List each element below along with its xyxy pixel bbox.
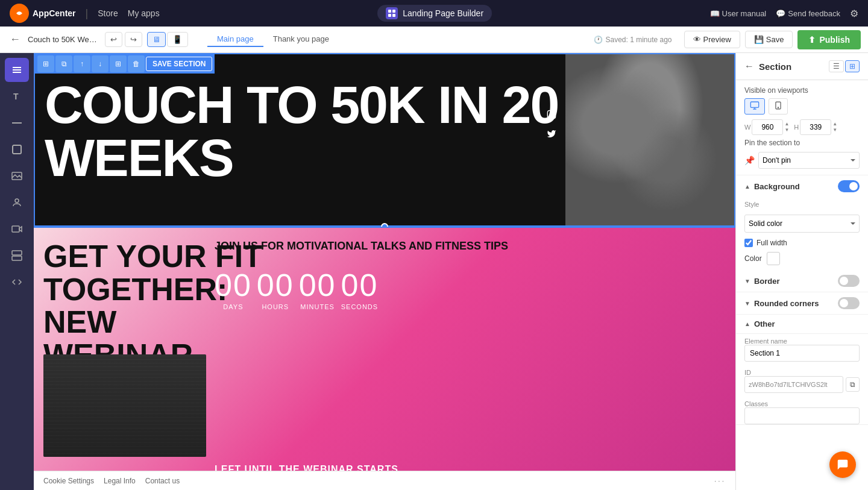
id-section: ID bbox=[736, 366, 868, 376]
chat-bubble-button[interactable] bbox=[829, 451, 856, 478]
mobile-view-button[interactable]: 📱 bbox=[167, 32, 188, 47]
rounded-toggle[interactable] bbox=[838, 297, 860, 309]
page-tabs: Main page Thank you page bbox=[207, 32, 339, 47]
facebook-icon[interactable] bbox=[547, 90, 556, 102]
panel-title: Section bbox=[759, 61, 824, 72]
nav-my-apps[interactable]: My apps bbox=[128, 8, 160, 18]
height-up-arrow[interactable]: ▲ bbox=[832, 121, 837, 127]
panel-back-button[interactable]: ← bbox=[744, 61, 754, 72]
countdown-days: 00 DAYS bbox=[215, 267, 252, 310]
style-select[interactable]: Solid color bbox=[744, 215, 860, 233]
instagram-icon[interactable] bbox=[547, 110, 556, 122]
classes-input[interactable] bbox=[744, 407, 860, 424]
save-section-button[interactable]: SAVE SECTION bbox=[146, 57, 212, 71]
fullwidth-checkbox[interactable] bbox=[744, 239, 753, 247]
legal-info-link[interactable]: Legal Info bbox=[104, 477, 136, 485]
section-duplicate-btn[interactable]: ⧉ bbox=[55, 55, 72, 72]
desktop-view-button[interactable]: 🖥 bbox=[147, 32, 166, 47]
toolbar-back-icon[interactable]: ← bbox=[7, 31, 23, 48]
user-manual-link[interactable]: 📖 User manual bbox=[710, 9, 767, 18]
pin-select[interactable]: Don't pin bbox=[758, 152, 860, 169]
cookie-settings-link[interactable]: Cookie Settings bbox=[43, 477, 94, 485]
countdown-hours: 00 HOURS bbox=[257, 267, 294, 310]
element-name-section: Element name bbox=[736, 334, 868, 345]
copy-id-button[interactable]: ⧉ bbox=[846, 377, 860, 392]
undo-button[interactable]: ↩ bbox=[105, 32, 122, 47]
section-select-btn[interactable]: ⊞ bbox=[37, 55, 54, 72]
brand-name: AppCenter bbox=[33, 8, 76, 18]
section-align-btn[interactable]: ⊞ bbox=[110, 55, 127, 72]
mobile-viewport-button[interactable] bbox=[769, 98, 788, 115]
rounded-toggle-slider bbox=[838, 297, 860, 309]
border-collapse-arrow: ▼ bbox=[744, 278, 750, 284]
main-page-tab[interactable]: Main page bbox=[207, 32, 263, 47]
height-input[interactable] bbox=[800, 119, 831, 135]
athlete-image bbox=[565, 54, 734, 228]
element-name-input[interactable] bbox=[744, 345, 860, 362]
countdown-timer: 00 DAYS 00 HOURS 00 MINUTES 00 bbox=[215, 267, 726, 310]
width-down-arrow[interactable]: ▼ bbox=[784, 127, 789, 133]
sidebar-item-back[interactable] bbox=[5, 58, 29, 82]
dimensions-row: W ▲ ▼ H ▲ ▼ bbox=[744, 119, 860, 135]
height-arrows: ▲ ▼ bbox=[832, 121, 837, 133]
sidebar-item-divider[interactable] bbox=[5, 111, 29, 135]
section-resize-handle[interactable] bbox=[381, 223, 388, 228]
grid-view-button[interactable]: ⊞ bbox=[845, 60, 860, 72]
publish-button[interactable]: ⬆ Publish bbox=[797, 30, 861, 49]
sidebar-item-video[interactable] bbox=[5, 217, 29, 241]
list-view-button[interactable]: ☰ bbox=[829, 60, 844, 72]
app-name: Landing Page Builder bbox=[403, 8, 483, 18]
save-button[interactable]: 💾 Save bbox=[745, 31, 793, 48]
panel-view-toggle: ☰ ⊞ bbox=[829, 60, 860, 72]
undo-redo-group: ↩ ↪ bbox=[105, 32, 142, 47]
element-name-label: Element name bbox=[744, 338, 860, 345]
sidebar-item-media[interactable] bbox=[5, 164, 29, 188]
rounded-corners-section: ▼ Rounded corners bbox=[736, 292, 868, 315]
color-swatch[interactable] bbox=[767, 252, 780, 265]
id-input[interactable] bbox=[744, 376, 843, 393]
app-icon bbox=[386, 7, 398, 19]
other-title: Other bbox=[754, 319, 860, 328]
nav-logo[interactable]: AppCenter bbox=[10, 4, 76, 23]
viewport-label: Visible on viewports bbox=[744, 86, 860, 95]
minutes-value: 00 bbox=[299, 267, 336, 303]
page-title: Couch to 50K Webi... bbox=[28, 35, 100, 44]
rounded-collapse-arrow: ▼ bbox=[744, 300, 750, 307]
sidebar-item-code[interactable] bbox=[5, 270, 29, 294]
border-toggle-slider bbox=[838, 275, 860, 287]
sidebar-item-shapes[interactable] bbox=[5, 137, 29, 162]
nav-app-center[interactable]: Landing Page Builder bbox=[377, 5, 492, 22]
sidebar-item-team[interactable] bbox=[5, 190, 29, 215]
classes-label: Classes bbox=[744, 400, 860, 407]
svg-rect-15 bbox=[12, 256, 22, 260]
section-move-up-btn[interactable]: ↑ bbox=[74, 55, 90, 72]
thank-you-page-tab[interactable]: Thank you page bbox=[263, 32, 339, 47]
redo-button[interactable]: ↪ bbox=[125, 32, 142, 47]
sidebar-item-text[interactable]: T bbox=[5, 84, 29, 108]
border-title: Border bbox=[754, 277, 834, 286]
section-move-down-btn[interactable]: ↓ bbox=[92, 55, 108, 72]
section-delete-btn[interactable]: 🗑 bbox=[128, 55, 145, 72]
webinar-content-right: JOIN US FOR MOTIVATIONAL TALKS AND FITNE… bbox=[215, 240, 726, 310]
desktop-viewport-button[interactable] bbox=[744, 98, 765, 115]
background-collapsible[interactable]: ▲ Background bbox=[736, 175, 868, 197]
sidebar-item-section[interactable] bbox=[5, 243, 29, 268]
more-options-icon[interactable]: ··· bbox=[714, 477, 726, 485]
svg-rect-13 bbox=[12, 226, 19, 232]
settings-icon[interactable]: ⚙ bbox=[850, 8, 858, 19]
canvas-area[interactable]: ⊞ ⧉ ↑ ↓ ⊞ 🗑 SAVE SECTION COUCH TO 50K IN… bbox=[34, 53, 735, 490]
svg-rect-9 bbox=[12, 122, 22, 124]
preview-button[interactable]: 👁 Preview bbox=[684, 31, 740, 48]
countdown-minutes: 00 MINUTES bbox=[299, 267, 336, 310]
width-up-arrow[interactable]: ▲ bbox=[784, 121, 789, 127]
width-input[interactable] bbox=[752, 119, 783, 135]
height-down-arrow[interactable]: ▼ bbox=[832, 127, 837, 133]
send-feedback-link[interactable]: 💬 Send feedback bbox=[776, 9, 840, 18]
twitter-icon[interactable] bbox=[547, 129, 556, 141]
pin-section: Pin the section to 📌 Don't pin bbox=[744, 135, 860, 169]
border-toggle[interactable] bbox=[838, 275, 860, 287]
contact-us-link[interactable]: Contact us bbox=[145, 477, 180, 485]
nav-store[interactable]: Store bbox=[98, 8, 118, 18]
svg-rect-16 bbox=[547, 110, 555, 118]
background-toggle[interactable] bbox=[838, 180, 860, 192]
